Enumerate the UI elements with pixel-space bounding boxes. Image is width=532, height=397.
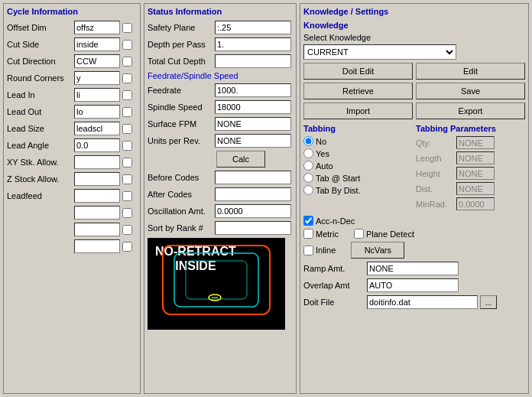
extra-input-1[interactable] — [74, 206, 120, 220]
extra-checkbox-1[interactable] — [122, 208, 132, 218]
surface-fpm-input[interactable] — [215, 117, 291, 131]
tab-minrad-input[interactable] — [456, 197, 495, 210]
extra-input-3[interactable] — [74, 239, 120, 253]
tab-length-input[interactable] — [456, 151, 495, 164]
extra-checkbox-2[interactable] — [122, 225, 132, 235]
export-button[interactable]: Export — [416, 103, 525, 119]
import-button[interactable]: Import — [303, 103, 413, 119]
lead-in-checkbox[interactable] — [122, 90, 132, 100]
units-per-rev-input[interactable] — [215, 134, 291, 148]
z-stock-allow-input[interactable] — [74, 172, 120, 186]
total-cut-depth-input[interactable] — [215, 54, 291, 68]
tab-yes-radio[interactable] — [303, 148, 313, 158]
tabbing-section: Tabbing No Yes Auto Tab @ Start — [303, 124, 525, 213]
status-info-title: Status Information — [148, 7, 293, 16]
inline-check-row: Inline — [303, 246, 336, 255]
round-corners-checkbox[interactable] — [122, 73, 132, 83]
tab-dist-label: Dist. — [416, 184, 454, 194]
cut-direction-checkbox[interactable] — [122, 57, 132, 67]
knowledge-settings-title: Knowledge / Settings — [303, 7, 525, 16]
tabbing-parameters: Tabbing Parameters Qty. Length Height Di… — [416, 124, 525, 213]
ncvars-button[interactable]: NcVars — [351, 242, 404, 259]
tab-dist-input[interactable] — [456, 182, 495, 195]
oscillation-amt-label: Oscillation Amt. — [148, 207, 212, 216]
browse-button[interactable]: ... — [480, 295, 497, 309]
cut-side-input[interactable] — [74, 37, 120, 51]
overlap-amt-label: Overlap Amt — [303, 281, 365, 290]
svg-rect-2 — [186, 261, 247, 299]
sort-by-rank-input[interactable] — [215, 221, 291, 235]
inline-ncvars-row: Inline NcVars — [303, 242, 525, 259]
depth-per-pass-label: Depth per Pass — [148, 40, 212, 49]
knowledge-select[interactable]: CURRENT — [303, 44, 456, 60]
safety-plane-input[interactable] — [215, 21, 291, 34]
xy-stk-allow-input[interactable] — [74, 155, 120, 169]
lead-size-input[interactable] — [74, 122, 120, 135]
tab-length-label: Length — [416, 154, 454, 163]
offset-dim-input[interactable] — [74, 21, 120, 34]
save-button[interactable]: Save — [416, 83, 525, 99]
tab-qty-label: Qty. — [416, 138, 454, 148]
before-codes-input[interactable] — [215, 171, 291, 184]
retrieve-button[interactable]: Retrieve — [303, 83, 413, 99]
cut-side-checkbox[interactable] — [122, 40, 132, 50]
leadfeed-checkbox[interactable] — [122, 191, 132, 201]
doit-edit-button[interactable]: Doit Edit — [303, 63, 413, 80]
doit-file-input[interactable] — [367, 295, 478, 309]
tab-by-dist-radio[interactable] — [303, 185, 313, 195]
z-stock-allow-checkbox[interactable] — [122, 174, 132, 184]
leadfeed-label: Leadfeed — [7, 191, 72, 200]
metric-checkbox[interactable] — [303, 229, 313, 239]
round-corners-row: Round Corners — [7, 71, 137, 85]
plane-detect-checkbox[interactable] — [354, 229, 364, 239]
leadfeed-input[interactable] — [74, 189, 120, 203]
tab-dist-row: Dist. — [416, 182, 525, 195]
extra-checkbox-3[interactable] — [122, 242, 132, 252]
lead-out-input[interactable] — [74, 105, 120, 119]
lead-out-checkbox[interactable] — [122, 107, 132, 117]
cut-direction-label: Cut Direction — [7, 57, 72, 66]
lead-size-checkbox[interactable] — [122, 124, 132, 134]
lead-in-input[interactable] — [74, 88, 120, 102]
xy-stk-allow-checkbox[interactable] — [122, 158, 132, 168]
safety-plane-label: Safety Plane — [148, 23, 212, 32]
after-codes-input[interactable] — [215, 187, 291, 201]
spindle-speed-input[interactable] — [215, 100, 291, 114]
cut-direction-input[interactable] — [74, 54, 120, 68]
tab-auto-row: Auto — [303, 161, 413, 171]
edit-button[interactable]: Edit — [416, 63, 525, 80]
ramp-amt-label: Ramp Amt. — [303, 264, 365, 273]
tab-auto-radio[interactable] — [303, 161, 313, 171]
calc-button[interactable]: Calc — [216, 151, 265, 168]
z-stock-allow-label: Z Stock Allow. — [7, 174, 72, 184]
total-cut-depth-row: Total Cut Depth — [148, 54, 293, 68]
tab-no-row: No — [303, 136, 413, 146]
round-corners-input[interactable] — [74, 71, 120, 85]
tab-at-start-radio[interactable] — [303, 173, 313, 183]
tab-no-radio[interactable] — [303, 136, 313, 146]
feedrate-input[interactable] — [215, 83, 291, 97]
retrieve-save-row: Retrieve Save — [303, 83, 525, 99]
inline-checkbox[interactable] — [303, 246, 313, 255]
knowledge-settings-panel: Knowledge / Settings Knowledge Select Kn… — [300, 3, 529, 394]
status-information-panel: Status Information Safety Plane Depth pe… — [144, 3, 297, 394]
feedrate-label: Feedrate — [148, 86, 212, 95]
depth-per-pass-input[interactable] — [215, 37, 291, 51]
before-codes-row: Before Codes — [148, 171, 293, 184]
tab-height-input[interactable] — [456, 167, 495, 180]
after-codes-row: After Codes — [148, 187, 293, 201]
acc-n-dec-checkbox[interactable] — [303, 216, 313, 226]
ramp-amt-input[interactable] — [367, 262, 459, 275]
offset-dim-checkbox[interactable] — [122, 23, 132, 33]
lead-size-label: Lead Size — [7, 124, 72, 133]
overlap-amt-input[interactable] — [367, 278, 459, 292]
depth-per-pass-row: Depth per Pass — [148, 37, 293, 51]
lead-angle-input[interactable] — [74, 138, 120, 152]
extra-input-2[interactable] — [74, 223, 120, 236]
lead-angle-checkbox[interactable] — [122, 141, 132, 151]
tab-qty-input[interactable] — [456, 136, 495, 149]
tab-by-dist-label: Tab By Dist. — [316, 186, 361, 195]
oscillation-amt-input[interactable] — [215, 204, 291, 218]
plane-detect-label: Plane Detect — [366, 229, 414, 239]
surface-fpm-row: Surface FPM — [148, 117, 293, 131]
